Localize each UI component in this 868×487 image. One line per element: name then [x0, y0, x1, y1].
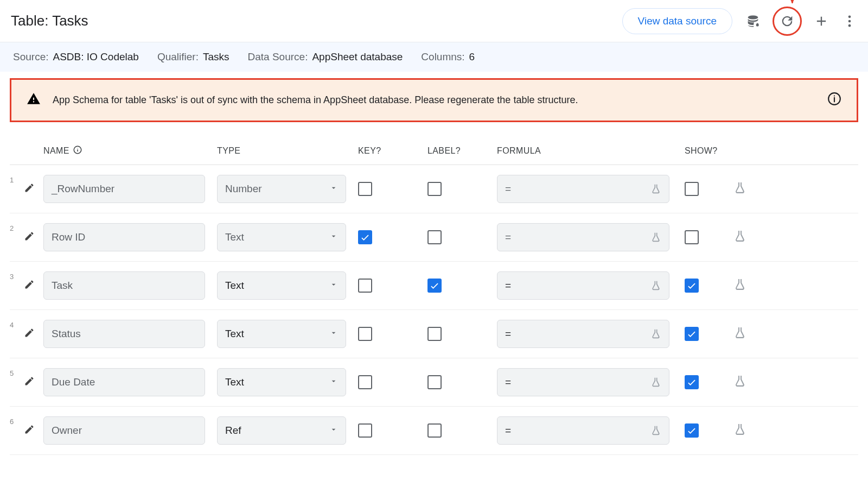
beaker-icon[interactable] — [733, 278, 746, 291]
key-checkbox[interactable] — [358, 182, 372, 196]
row-number: 1 — [10, 175, 24, 184]
columns-label: Columns: — [421, 51, 464, 62]
formula-field[interactable]: = — [497, 175, 669, 203]
chevron-down-icon — [329, 183, 338, 195]
column-type-select[interactable]: Text — [217, 320, 346, 348]
row-number: 6 — [10, 416, 24, 426]
regenerate-button[interactable] — [774, 8, 801, 35]
show-checkbox[interactable] — [685, 182, 699, 196]
formula-field[interactable]: = — [497, 320, 669, 348]
column-row: 3 Task Text = — [10, 262, 858, 310]
formula-field[interactable]: = — [497, 368, 669, 396]
chevron-down-icon — [329, 280, 338, 292]
warning-message: App Schema for table 'Tasks' is out of s… — [53, 94, 815, 106]
add-button[interactable] — [814, 14, 829, 29]
datasource-label: Data Source: — [248, 51, 308, 62]
column-name-field[interactable]: Task — [43, 271, 205, 300]
beaker-icon[interactable] — [733, 326, 746, 339]
edit-column-button[interactable] — [24, 376, 43, 389]
header-show: SHOW? — [685, 146, 733, 156]
column-name-field[interactable]: Row ID — [43, 223, 205, 251]
column-type-select[interactable]: Text — [217, 271, 346, 300]
key-checkbox[interactable] — [358, 327, 372, 341]
svg-line-1 — [786, 0, 799, 3]
storage-settings-icon[interactable] — [745, 14, 761, 29]
chevron-down-icon — [329, 231, 338, 243]
formula-field[interactable]: = — [497, 223, 669, 251]
column-type-select[interactable]: Text — [217, 368, 346, 396]
edit-column-button[interactable] — [24, 424, 43, 437]
column-name-field[interactable]: Due Date — [43, 368, 205, 396]
show-checkbox[interactable] — [685, 423, 699, 438]
show-checkbox[interactable] — [685, 279, 699, 293]
show-checkbox[interactable] — [685, 375, 699, 389]
column-headers: NAME TYPE KEY? LABEL? FORMULA SHOW? — [10, 140, 858, 165]
columns-region: NAME TYPE KEY? LABEL? FORMULA SHOW? 1 _R… — [0, 129, 868, 466]
column-row: 1 _RowNumber Number = — [10, 165, 858, 213]
column-row: 4 Status Text = — [10, 310, 858, 358]
label-checkbox[interactable] — [427, 182, 442, 196]
header-type: TYPE — [217, 146, 358, 156]
qualifier-label: Qualifier: — [157, 51, 199, 62]
column-name-field[interactable]: Status — [43, 320, 205, 348]
chevron-down-icon — [329, 328, 338, 340]
view-data-source-button[interactable]: View data source — [622, 8, 732, 34]
edit-column-button[interactable] — [24, 231, 43, 244]
beaker-icon[interactable] — [733, 181, 746, 194]
show-checkbox[interactable] — [685, 230, 699, 244]
datasource-value: AppSheet database — [312, 51, 403, 62]
row-number: 3 — [10, 271, 24, 281]
header: Table: Tasks View data source — [0, 0, 868, 42]
beaker-icon[interactable] — [733, 375, 746, 388]
columns-value: 6 — [469, 51, 475, 62]
column-type-select[interactable]: Number — [217, 175, 346, 203]
info-icon[interactable] — [827, 92, 841, 109]
svg-point-4 — [848, 20, 851, 22]
svg-marker-2 — [789, 0, 795, 3]
svg-point-11 — [77, 148, 78, 148]
edit-column-button[interactable] — [24, 327, 43, 340]
show-checkbox[interactable] — [685, 327, 699, 341]
source-value: ASDB: IO Codelab — [53, 51, 138, 62]
more-menu-button[interactable] — [842, 14, 857, 29]
chevron-down-icon — [329, 425, 338, 437]
beaker-icon[interactable] — [733, 230, 746, 243]
formula-field[interactable]: = — [497, 271, 669, 300]
column-name-field[interactable]: Owner — [43, 416, 205, 445]
warning-icon — [27, 92, 41, 109]
key-checkbox[interactable] — [358, 375, 372, 389]
edit-column-button[interactable] — [24, 279, 43, 292]
header-actions — [745, 8, 857, 35]
source-label: Source: — [13, 51, 48, 62]
row-number: 4 — [10, 320, 24, 329]
column-type-select[interactable]: Text — [217, 223, 346, 251]
key-checkbox[interactable] — [358, 423, 372, 438]
key-checkbox[interactable] — [358, 230, 372, 244]
label-checkbox[interactable] — [427, 327, 442, 341]
svg-point-3 — [848, 15, 851, 18]
beaker-icon — [650, 377, 661, 388]
header-name: NAME — [43, 146, 69, 156]
label-checkbox[interactable] — [427, 279, 442, 293]
label-checkbox[interactable] — [427, 375, 442, 389]
row-number: 2 — [10, 223, 24, 232]
beaker-icon — [650, 425, 661, 436]
beaker-icon[interactable] — [733, 423, 746, 436]
column-type-select[interactable]: Ref — [217, 416, 346, 445]
formula-field[interactable]: = — [497, 416, 669, 445]
qualifier-value: Tasks — [203, 51, 229, 62]
svg-point-5 — [848, 24, 851, 27]
schema-warning-banner: App Schema for table 'Tasks' is out of s… — [10, 78, 858, 122]
beaker-icon — [650, 184, 661, 194]
info-icon[interactable] — [73, 145, 82, 157]
column-name-field[interactable]: _RowNumber — [43, 175, 205, 203]
column-row: 2 Row ID Text = — [10, 213, 858, 262]
label-checkbox[interactable] — [427, 423, 442, 438]
key-checkbox[interactable] — [358, 279, 372, 293]
header-key: KEY? — [358, 146, 427, 156]
row-number: 5 — [10, 368, 24, 377]
page-title: Table: Tasks — [11, 12, 88, 29]
label-checkbox[interactable] — [427, 230, 442, 244]
chevron-down-icon — [329, 376, 338, 388]
edit-column-button[interactable] — [24, 182, 43, 195]
